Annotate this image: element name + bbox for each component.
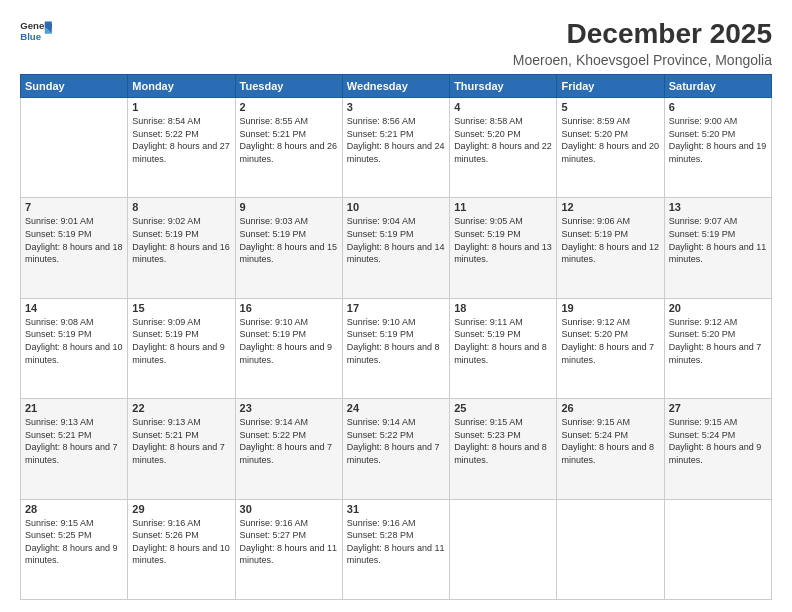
calendar-cell: 31Sunrise: 9:16 AMSunset: 5:28 PMDayligh… xyxy=(342,499,449,599)
subtitle: Moeroen, Khoevsgoel Province, Mongolia xyxy=(513,52,772,68)
day-number: 18 xyxy=(454,302,552,314)
day-number: 24 xyxy=(347,402,445,414)
day-number: 28 xyxy=(25,503,123,515)
calendar-cell: 27Sunrise: 9:15 AMSunset: 5:24 PMDayligh… xyxy=(664,399,771,499)
calendar-cell: 3Sunrise: 8:56 AMSunset: 5:21 PMDaylight… xyxy=(342,98,449,198)
logo-icon: General Blue xyxy=(20,18,52,46)
calendar-day-header: Thursday xyxy=(450,75,557,98)
calendar-cell: 12Sunrise: 9:06 AMSunset: 5:19 PMDayligh… xyxy=(557,198,664,298)
calendar-cell: 26Sunrise: 9:15 AMSunset: 5:24 PMDayligh… xyxy=(557,399,664,499)
day-info: Sunrise: 9:09 AMSunset: 5:19 PMDaylight:… xyxy=(132,316,230,366)
day-number: 9 xyxy=(240,201,338,213)
day-info: Sunrise: 9:06 AMSunset: 5:19 PMDaylight:… xyxy=(561,215,659,265)
logo: General Blue xyxy=(20,18,52,46)
header: General Blue December 2025 Moeroen, Khoe… xyxy=(20,18,772,68)
day-number: 27 xyxy=(669,402,767,414)
calendar-cell xyxy=(450,499,557,599)
svg-text:Blue: Blue xyxy=(20,31,41,42)
day-info: Sunrise: 9:05 AMSunset: 5:19 PMDaylight:… xyxy=(454,215,552,265)
day-info: Sunrise: 9:13 AMSunset: 5:21 PMDaylight:… xyxy=(25,416,123,466)
calendar-table: SundayMondayTuesdayWednesdayThursdayFrid… xyxy=(20,74,772,600)
calendar-cell: 15Sunrise: 9:09 AMSunset: 5:19 PMDayligh… xyxy=(128,298,235,398)
day-info: Sunrise: 9:04 AMSunset: 5:19 PMDaylight:… xyxy=(347,215,445,265)
day-info: Sunrise: 9:15 AMSunset: 5:25 PMDaylight:… xyxy=(25,517,123,567)
day-number: 12 xyxy=(561,201,659,213)
day-info: Sunrise: 9:14 AMSunset: 5:22 PMDaylight:… xyxy=(347,416,445,466)
calendar-cell: 6Sunrise: 9:00 AMSunset: 5:20 PMDaylight… xyxy=(664,98,771,198)
calendar-week-row: 28Sunrise: 9:15 AMSunset: 5:25 PMDayligh… xyxy=(21,499,772,599)
day-number: 19 xyxy=(561,302,659,314)
calendar-cell: 17Sunrise: 9:10 AMSunset: 5:19 PMDayligh… xyxy=(342,298,449,398)
calendar-cell: 10Sunrise: 9:04 AMSunset: 5:19 PMDayligh… xyxy=(342,198,449,298)
day-number: 15 xyxy=(132,302,230,314)
day-info: Sunrise: 9:02 AMSunset: 5:19 PMDaylight:… xyxy=(132,215,230,265)
calendar-cell: 2Sunrise: 8:55 AMSunset: 5:21 PMDaylight… xyxy=(235,98,342,198)
calendar-day-header: Saturday xyxy=(664,75,771,98)
day-info: Sunrise: 9:10 AMSunset: 5:19 PMDaylight:… xyxy=(240,316,338,366)
day-number: 4 xyxy=(454,101,552,113)
calendar-day-header: Friday xyxy=(557,75,664,98)
day-info: Sunrise: 9:00 AMSunset: 5:20 PMDaylight:… xyxy=(669,115,767,165)
day-number: 21 xyxy=(25,402,123,414)
day-number: 20 xyxy=(669,302,767,314)
calendar-week-row: 7Sunrise: 9:01 AMSunset: 5:19 PMDaylight… xyxy=(21,198,772,298)
day-info: Sunrise: 9:15 AMSunset: 5:23 PMDaylight:… xyxy=(454,416,552,466)
day-number: 31 xyxy=(347,503,445,515)
calendar-cell: 22Sunrise: 9:13 AMSunset: 5:21 PMDayligh… xyxy=(128,399,235,499)
day-info: Sunrise: 8:54 AMSunset: 5:22 PMDaylight:… xyxy=(132,115,230,165)
calendar-cell: 8Sunrise: 9:02 AMSunset: 5:19 PMDaylight… xyxy=(128,198,235,298)
calendar-header-row: SundayMondayTuesdayWednesdayThursdayFrid… xyxy=(21,75,772,98)
main-title: December 2025 xyxy=(513,18,772,50)
calendar-cell: 14Sunrise: 9:08 AMSunset: 5:19 PMDayligh… xyxy=(21,298,128,398)
calendar-cell: 30Sunrise: 9:16 AMSunset: 5:27 PMDayligh… xyxy=(235,499,342,599)
calendar-cell: 21Sunrise: 9:13 AMSunset: 5:21 PMDayligh… xyxy=(21,399,128,499)
calendar-cell: 7Sunrise: 9:01 AMSunset: 5:19 PMDaylight… xyxy=(21,198,128,298)
calendar-day-header: Sunday xyxy=(21,75,128,98)
calendar-cell: 9Sunrise: 9:03 AMSunset: 5:19 PMDaylight… xyxy=(235,198,342,298)
calendar-cell: 5Sunrise: 8:59 AMSunset: 5:20 PMDaylight… xyxy=(557,98,664,198)
day-info: Sunrise: 8:55 AMSunset: 5:21 PMDaylight:… xyxy=(240,115,338,165)
day-info: Sunrise: 9:14 AMSunset: 5:22 PMDaylight:… xyxy=(240,416,338,466)
day-info: Sunrise: 8:59 AMSunset: 5:20 PMDaylight:… xyxy=(561,115,659,165)
day-number: 2 xyxy=(240,101,338,113)
day-info: Sunrise: 9:15 AMSunset: 5:24 PMDaylight:… xyxy=(669,416,767,466)
calendar-week-row: 21Sunrise: 9:13 AMSunset: 5:21 PMDayligh… xyxy=(21,399,772,499)
day-info: Sunrise: 9:12 AMSunset: 5:20 PMDaylight:… xyxy=(561,316,659,366)
calendar-cell: 24Sunrise: 9:14 AMSunset: 5:22 PMDayligh… xyxy=(342,399,449,499)
day-number: 26 xyxy=(561,402,659,414)
day-number: 6 xyxy=(669,101,767,113)
page: General Blue December 2025 Moeroen, Khoe… xyxy=(0,0,792,612)
calendar-cell xyxy=(664,499,771,599)
calendar-cell: 19Sunrise: 9:12 AMSunset: 5:20 PMDayligh… xyxy=(557,298,664,398)
day-info: Sunrise: 8:56 AMSunset: 5:21 PMDaylight:… xyxy=(347,115,445,165)
calendar-day-header: Tuesday xyxy=(235,75,342,98)
calendar-cell: 20Sunrise: 9:12 AMSunset: 5:20 PMDayligh… xyxy=(664,298,771,398)
day-number: 13 xyxy=(669,201,767,213)
calendar-cell: 23Sunrise: 9:14 AMSunset: 5:22 PMDayligh… xyxy=(235,399,342,499)
day-number: 8 xyxy=(132,201,230,213)
day-info: Sunrise: 9:16 AMSunset: 5:27 PMDaylight:… xyxy=(240,517,338,567)
calendar-cell xyxy=(557,499,664,599)
day-info: Sunrise: 9:11 AMSunset: 5:19 PMDaylight:… xyxy=(454,316,552,366)
calendar-cell: 13Sunrise: 9:07 AMSunset: 5:19 PMDayligh… xyxy=(664,198,771,298)
calendar-cell: 1Sunrise: 8:54 AMSunset: 5:22 PMDaylight… xyxy=(128,98,235,198)
day-info: Sunrise: 9:07 AMSunset: 5:19 PMDaylight:… xyxy=(669,215,767,265)
day-info: Sunrise: 9:01 AMSunset: 5:19 PMDaylight:… xyxy=(25,215,123,265)
calendar-day-header: Wednesday xyxy=(342,75,449,98)
calendar-week-row: 1Sunrise: 8:54 AMSunset: 5:22 PMDaylight… xyxy=(21,98,772,198)
calendar-cell: 28Sunrise: 9:15 AMSunset: 5:25 PMDayligh… xyxy=(21,499,128,599)
calendar-cell: 29Sunrise: 9:16 AMSunset: 5:26 PMDayligh… xyxy=(128,499,235,599)
day-info: Sunrise: 8:58 AMSunset: 5:20 PMDaylight:… xyxy=(454,115,552,165)
day-info: Sunrise: 9:08 AMSunset: 5:19 PMDaylight:… xyxy=(25,316,123,366)
day-number: 7 xyxy=(25,201,123,213)
day-info: Sunrise: 9:12 AMSunset: 5:20 PMDaylight:… xyxy=(669,316,767,366)
day-number: 3 xyxy=(347,101,445,113)
day-number: 11 xyxy=(454,201,552,213)
day-number: 23 xyxy=(240,402,338,414)
day-number: 22 xyxy=(132,402,230,414)
day-info: Sunrise: 9:13 AMSunset: 5:21 PMDaylight:… xyxy=(132,416,230,466)
day-number: 10 xyxy=(347,201,445,213)
calendar-cell: 25Sunrise: 9:15 AMSunset: 5:23 PMDayligh… xyxy=(450,399,557,499)
day-number: 1 xyxy=(132,101,230,113)
day-number: 25 xyxy=(454,402,552,414)
